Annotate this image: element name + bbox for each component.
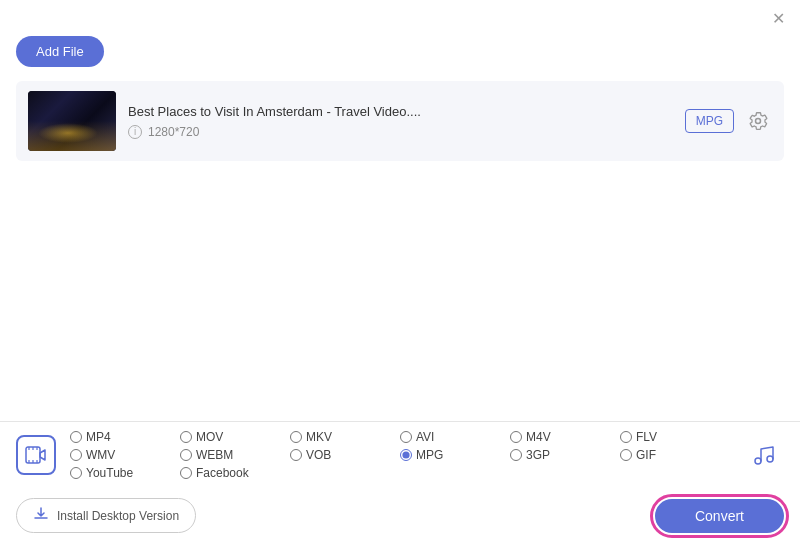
format-option-facebook[interactable]: Facebook xyxy=(180,466,290,480)
format-option-mov[interactable]: MOV xyxy=(180,430,290,444)
audio-format-icon-button[interactable] xyxy=(744,435,784,475)
format-option-flv[interactable]: FLV xyxy=(620,430,730,444)
convert-button[interactable]: Convert xyxy=(655,499,784,533)
file-resolution: 1280*720 xyxy=(148,125,199,139)
thumbnail-image xyxy=(28,91,116,151)
format-option-mpg[interactable]: MPG xyxy=(400,448,510,462)
format-radio-mpg[interactable] xyxy=(400,449,412,461)
add-file-button[interactable]: Add File xyxy=(16,36,104,67)
format-option-youtube[interactable]: YouTube xyxy=(70,466,180,480)
format-radio-gif[interactable] xyxy=(620,449,632,461)
format-radio-vob[interactable] xyxy=(290,449,302,461)
download-icon xyxy=(33,506,49,525)
format-selector: MP4 MOV MKV AVI M4V FLV xyxy=(0,422,800,488)
format-option-3gp[interactable]: 3GP xyxy=(510,448,620,462)
close-button[interactable]: ✕ xyxy=(768,8,788,28)
svg-point-8 xyxy=(767,456,773,462)
format-radio-mp4[interactable] xyxy=(70,431,82,443)
format-options-grid: MP4 MOV MKV AVI M4V FLV xyxy=(62,430,738,480)
format-badge[interactable]: MPG xyxy=(685,109,734,133)
file-thumbnail xyxy=(28,91,116,151)
format-radio-avi[interactable] xyxy=(400,431,412,443)
format-option-webm[interactable]: WEBM xyxy=(180,448,290,462)
file-actions: MPG xyxy=(685,107,772,135)
format-option-mkv[interactable]: MKV xyxy=(290,430,400,444)
install-desktop-button[interactable]: Install Desktop Version xyxy=(16,498,196,533)
format-radio-facebook[interactable] xyxy=(180,467,192,479)
format-option-gif[interactable]: GIF xyxy=(620,448,730,462)
format-radio-m4v[interactable] xyxy=(510,431,522,443)
format-radio-wmv[interactable] xyxy=(70,449,82,461)
video-format-icon-button[interactable] xyxy=(16,435,56,475)
bottom-bar: MP4 MOV MKV AVI M4V FLV xyxy=(0,421,800,543)
format-option-wmv[interactable]: WMV xyxy=(70,448,180,462)
format-option-vob[interactable]: VOB xyxy=(290,448,400,462)
file-item: Best Places to Visit In Amsterdam - Trav… xyxy=(16,81,784,161)
settings-button[interactable] xyxy=(744,107,772,135)
format-radio-youtube[interactable] xyxy=(70,467,82,479)
format-option-avi[interactable]: AVI xyxy=(400,430,510,444)
bottom-actions: Install Desktop Version Convert xyxy=(0,488,800,543)
format-radio-flv[interactable] xyxy=(620,431,632,443)
format-option-mp4[interactable]: MP4 xyxy=(70,430,180,444)
install-label: Install Desktop Version xyxy=(57,509,179,523)
svg-point-7 xyxy=(755,458,761,464)
main-content: Add File Best Places to Visit In Amsterd… xyxy=(0,32,800,161)
format-radio-webm[interactable] xyxy=(180,449,192,461)
format-radio-mkv[interactable] xyxy=(290,431,302,443)
file-info: Best Places to Visit In Amsterdam - Trav… xyxy=(116,104,685,139)
file-meta: i 1280*720 xyxy=(128,125,673,139)
info-icon[interactable]: i xyxy=(128,125,142,139)
format-radio-3gp[interactable] xyxy=(510,449,522,461)
format-option-m4v[interactable]: M4V xyxy=(510,430,620,444)
title-bar: ✕ xyxy=(0,0,800,32)
format-radio-mov[interactable] xyxy=(180,431,192,443)
file-title: Best Places to Visit In Amsterdam - Trav… xyxy=(128,104,673,119)
